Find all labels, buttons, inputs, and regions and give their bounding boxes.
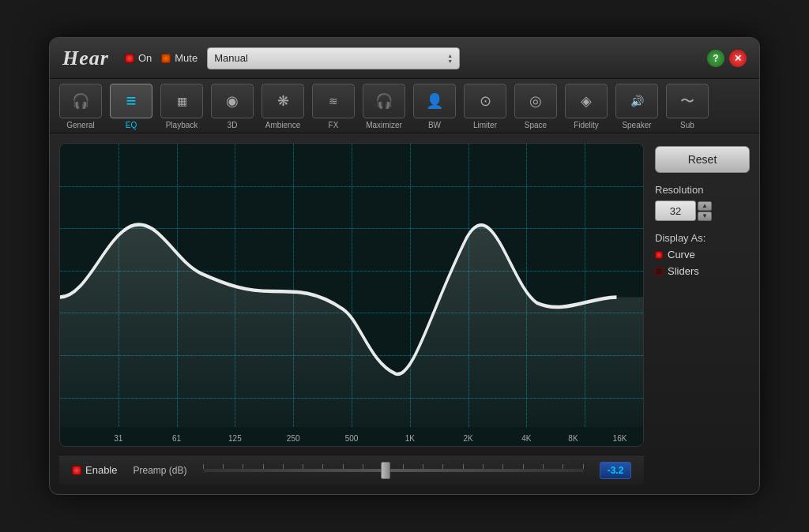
resolution-arrows: ▲ ▼ bbox=[698, 201, 712, 221]
tab-fidelity[interactable]: ◈ Fidelity bbox=[562, 84, 611, 133]
freq-2k: 2K bbox=[463, 434, 472, 443]
resolution-value: 32 bbox=[655, 200, 696, 221]
mute-led bbox=[161, 54, 171, 63]
enable-led bbox=[72, 466, 81, 475]
tab-ambience[interactable]: ❋ Ambience bbox=[258, 84, 307, 133]
freq-250: 250 bbox=[287, 434, 300, 443]
tab-icon-fx: ≋ bbox=[312, 84, 355, 118]
preamp-slider[interactable] bbox=[203, 463, 584, 478]
tab-icon-limiter: ⊙ bbox=[464, 84, 506, 118]
header: Hear On Mute Manual ▲ ▼ ? ✕ bbox=[50, 38, 759, 79]
freq-4k: 4K bbox=[521, 434, 531, 443]
tab-label-limiter: Limiter bbox=[473, 121, 497, 129]
resolution-down[interactable]: ▼ bbox=[698, 212, 712, 221]
tabs-container: 🎧 General ≡ EQ ▦ Playback ◉ 3D ❋ Ambienc… bbox=[50, 79, 759, 133]
bottom-bar: Enable Preamp (dB) bbox=[59, 455, 644, 485]
curve-radio bbox=[655, 251, 663, 259]
tab-3d[interactable]: ◉ 3D bbox=[208, 84, 257, 133]
tabs-row: 🎧 General ≡ EQ ▦ Playback ◉ 3D ❋ Ambienc… bbox=[50, 79, 759, 133]
freq-500: 500 bbox=[345, 434, 359, 443]
mute-button[interactable]: Mute bbox=[161, 52, 198, 64]
tab-label-fidelity: Fidelity bbox=[574, 121, 599, 129]
resolution-label: Resolution bbox=[655, 184, 750, 196]
main-content: 31 61 125 250 500 1K 2K 4K 8K 16K Enable… bbox=[50, 133, 759, 494]
tab-label-3d: 3D bbox=[228, 121, 238, 129]
tab-sub[interactable]: 〜 Sub bbox=[663, 84, 712, 133]
sliders-label: Sliders bbox=[668, 265, 699, 277]
resolution-input: 32 ▲ ▼ bbox=[655, 200, 750, 221]
tab-fx[interactable]: ≋ FX bbox=[309, 84, 358, 133]
enable-button[interactable]: Enable bbox=[72, 464, 117, 476]
tab-icon-playback: ▦ bbox=[160, 84, 203, 118]
tab-eq[interactable]: ≡ EQ bbox=[107, 84, 156, 133]
tab-label-bw: BW bbox=[428, 121, 441, 129]
right-panel: Reset Resolution 32 ▲ ▼ Display As: Curv… bbox=[655, 143, 750, 485]
tab-icon-ambience: ❋ bbox=[262, 84, 304, 118]
freq-16k: 16K bbox=[613, 434, 627, 443]
curve-option[interactable]: Curve bbox=[655, 249, 750, 260]
tab-playback[interactable]: ▦ Playback bbox=[157, 84, 206, 133]
tab-icon-fidelity: ◈ bbox=[565, 84, 608, 118]
header-controls: ? ✕ bbox=[707, 50, 747, 67]
tab-label-maximizer: Maximizer bbox=[366, 121, 402, 129]
freq-61: 61 bbox=[172, 434, 181, 443]
preamp-thumb[interactable] bbox=[381, 462, 390, 479]
tab-label-ambience: Ambience bbox=[265, 121, 300, 129]
tab-icon-space: ◎ bbox=[514, 84, 557, 118]
tab-icon-sub: 〜 bbox=[666, 84, 709, 118]
tab-label-playback: Playback bbox=[166, 121, 198, 129]
tab-icon-3d: ◉ bbox=[211, 84, 254, 118]
sliders-radio bbox=[655, 268, 663, 275]
tab-icon-bw: 👤 bbox=[413, 84, 456, 118]
curve-label: Curve bbox=[668, 249, 695, 260]
freq-1k: 1K bbox=[405, 434, 415, 443]
resolution-section: Resolution 32 ▲ ▼ bbox=[655, 184, 750, 221]
preamp-track bbox=[203, 469, 584, 472]
app-title: Hear bbox=[62, 47, 109, 70]
reset-button[interactable]: Reset bbox=[655, 146, 750, 173]
tab-limiter[interactable]: ⊙ Limiter bbox=[461, 84, 510, 133]
eq-graph-container: 31 61 125 250 500 1K 2K 4K 8K 16K bbox=[59, 143, 644, 447]
preamp-ticks bbox=[203, 464, 584, 469]
tab-label-eq: EQ bbox=[126, 121, 137, 129]
display-as-label: Display As: bbox=[655, 232, 750, 244]
on-button[interactable]: On bbox=[125, 52, 152, 64]
tab-icon-general: 🎧 bbox=[59, 84, 102, 118]
eq-curve-svg bbox=[60, 144, 643, 427]
resolution-up[interactable]: ▲ bbox=[698, 201, 712, 211]
tab-label-fx: FX bbox=[329, 121, 339, 129]
preamp-value: -3.2 bbox=[600, 462, 631, 479]
freq-8k: 8K bbox=[568, 434, 578, 443]
tab-icon-speaker: 🔊 bbox=[615, 84, 658, 118]
tab-bw[interactable]: 👤 BW bbox=[410, 84, 459, 133]
freq-31: 31 bbox=[114, 434, 122, 443]
sliders-option[interactable]: Sliders bbox=[655, 265, 750, 277]
tab-label-sub: Sub bbox=[680, 121, 694, 129]
tab-general[interactable]: 🎧 General bbox=[56, 84, 105, 133]
preset-arrows[interactable]: ▲ ▼ bbox=[447, 53, 453, 64]
tab-space[interactable]: ◎ Space bbox=[511, 84, 560, 133]
preset-select[interactable]: Manual ▲ ▼ bbox=[207, 47, 460, 69]
preamp-label: Preamp (dB) bbox=[133, 465, 186, 476]
tab-maximizer[interactable]: 🎧 Maximizer bbox=[359, 84, 408, 133]
app-window: Hear On Mute Manual ▲ ▼ ? ✕ 🎧 General bbox=[49, 37, 760, 495]
tab-icon-eq: ≡ bbox=[110, 84, 152, 118]
close-button[interactable]: ✕ bbox=[729, 50, 747, 67]
eq-area: 31 61 125 250 500 1K 2K 4K 8K 16K Enable… bbox=[59, 143, 644, 485]
tab-speaker[interactable]: 🔊 Speaker bbox=[612, 84, 661, 133]
tab-label-speaker: Speaker bbox=[622, 121, 651, 129]
help-button[interactable]: ? bbox=[707, 50, 724, 67]
on-led bbox=[125, 54, 134, 63]
tab-label-general: General bbox=[66, 121, 95, 129]
display-as-section: Display As: Curve Sliders bbox=[655, 232, 750, 277]
freq-125: 125 bbox=[228, 434, 242, 443]
tab-label-space: Space bbox=[525, 121, 547, 129]
tab-icon-maximizer: 🎧 bbox=[363, 84, 405, 118]
